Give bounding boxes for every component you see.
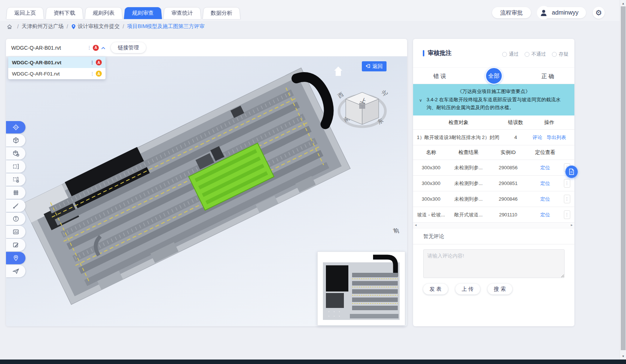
table-horizontal-scrollbar[interactable]: ◄ ► (413, 223, 574, 228)
radio-pass[interactable]: 通过 (502, 51, 519, 58)
viewcube-home-icon (334, 67, 342, 76)
breadcrumb-current: 项目BIM模型及施工图第三方评审 (127, 23, 205, 30)
detail-table-header: 名称 检查结果 实例ID 定位查看 (413, 145, 574, 160)
detail-row: 300x300 未检测到参... 2900851 定位 ⋮ (413, 176, 574, 191)
annotate-icon[interactable] (6, 239, 25, 251)
detail-row: 坡道 - 砼坡... 敞开式坡道... 2901110 定位 ⋮ (413, 207, 574, 223)
breadcrumb-project[interactable]: 天津蓟州万达广场 (22, 23, 64, 30)
viewer-back-button[interactable]: 返回 (362, 61, 387, 71)
info-icon[interactable] (6, 213, 25, 225)
row-more-icon[interactable]: ⋮ (564, 195, 570, 203)
top-navigation: 返回上页 资料下载 规则列表 规则审查 审查统计 数据分析 流程审批 admin… (0, 0, 620, 21)
comment-input[interactable] (423, 249, 565, 278)
file-menu-dots-icon[interactable]: ⋮ (90, 71, 95, 77)
locate-link[interactable]: 定位 (540, 212, 550, 218)
locate-pin-icon[interactable] (6, 252, 25, 264)
gear-icon: ⚙ (595, 8, 602, 17)
tab-all[interactable]: 全部 (485, 67, 503, 84)
publish-button[interactable]: 发 表 (423, 284, 448, 294)
tab-errors[interactable]: 错 误 (413, 68, 466, 84)
radio-doubt[interactable]: 存疑 (552, 51, 568, 58)
breadcrumb: / 天津蓟州万达广场 / 设计审核文件提交 / 项目BIM模型及施工图第三方评审 (7, 23, 205, 30)
link-manage-button[interactable]: 链接管理 (111, 42, 146, 53)
section-box-toggle-icon[interactable] (6, 173, 25, 186)
review-panel: 审核批注 通过 不通过 存疑 错 误 全部 正 确 《万达商业项目施工图审查要点… (413, 39, 574, 326)
check-table-row: 1）敞开坡道设3耐轮压排水沟 2）封闭 4 评论 导出列表 (413, 130, 574, 145)
comments-empty-state: 暂无评论 (413, 228, 574, 244)
snapshot-icon[interactable] (6, 226, 25, 238)
radio-circle-icon (552, 52, 557, 57)
scroll-right-icon[interactable]: ► (570, 224, 573, 227)
grid-icon[interactable] (6, 186, 25, 199)
panel-title: 审核批注 (423, 49, 452, 57)
file-menu-dots-icon[interactable]: ⋮ (90, 60, 95, 65)
error-count: 4 (504, 135, 527, 140)
locate-link[interactable]: 定位 (540, 181, 550, 186)
tab-rule-list[interactable]: 规则列表 (85, 7, 123, 19)
tab-correct[interactable]: 正 确 (521, 68, 574, 84)
workflow-approval-button[interactable]: 流程审批 (492, 7, 531, 18)
breadcrumb-stage[interactable]: 设计审核文件提交 (78, 23, 120, 30)
user-menu[interactable]: adminwyy (538, 7, 586, 18)
tab-rule-review[interactable]: 规则审查 (124, 7, 162, 19)
settings-button[interactable]: ⚙ (593, 7, 605, 19)
model-grade-badge: A (93, 45, 99, 51)
locate-link[interactable]: 定位 (540, 196, 550, 202)
tab-data-download[interactable]: 资料下载 (45, 7, 83, 19)
svg-text:北: 北 (380, 89, 388, 97)
svg-text:西: 西 (336, 91, 345, 99)
file-option[interactable]: WDGC-Q-AR-F01.rvt ⋮ A (8, 68, 106, 79)
exit-icon (366, 64, 370, 70)
rule-text: 3.4-2 在车道敞开段终端及车道底部应设置与坡道同宽的截流水沟、耐轮压的金属沟… (427, 97, 561, 110)
model-viewer[interactable]: WDGC-Q-AR-B01.rvt ⋮ A 链接管理 WDGC-Q-AR-B01… (6, 39, 407, 326)
tab-data-analysis[interactable]: 数据分析 (202, 7, 241, 19)
file-dropdown: WDGC-Q-AR-B01.rvt ⋮ A WDGC-Q-AR-F01.rvt … (8, 57, 106, 79)
scroll-up-icon[interactable]: ▲ (620, 0, 626, 6)
bim-model (22, 63, 359, 305)
tab-back-page[interactable]: 返回上页 (6, 7, 44, 19)
row-more-icon[interactable]: ⋮ (564, 210, 570, 219)
review-verdict-radios: 通过 不通过 存疑 (502, 51, 568, 58)
model-grade-badge: A (96, 71, 102, 77)
file-option[interactable]: WDGC-Q-AR-B01.rvt ⋮ A (8, 57, 106, 68)
view-cube: 西 北 南 东 上 前 右 (336, 56, 407, 234)
scroll-down-icon[interactable]: ▼ (620, 353, 626, 359)
tab-review-stats[interactable]: 审查统计 (163, 7, 201, 19)
result-filter-tabs: 错 误 全部 正 确 (413, 67, 574, 84)
viewer-tool-rail (6, 121, 25, 277)
comment-link[interactable]: 评论 (532, 135, 542, 140)
active-rule-highlight[interactable]: 《万达商业项目施工图审查要点》 ∨ 3.4-2 在车道敞开段终端及车道底部应设置… (413, 84, 574, 115)
locate-link[interactable]: 定位 (540, 165, 550, 170)
upload-button[interactable]: 上 传 (455, 284, 480, 294)
document-icon (569, 169, 574, 175)
search-button[interactable]: 搜 索 (488, 284, 512, 294)
model-grade-badge: A (96, 59, 102, 65)
user-avatar-icon (537, 6, 550, 19)
export-list-link[interactable]: 导出列表 (547, 135, 566, 140)
selected-file-name: WDGC-Q-AR-B01.rvt (11, 45, 87, 51)
chevron-down-icon[interactable]: ∨ (419, 96, 422, 104)
model-file-selector[interactable]: WDGC-Q-AR-B01.rvt ⋮ A (11, 42, 106, 53)
page-vertical-scrollbar[interactable]: ▲ ▼ (620, 0, 626, 360)
model-link-icon[interactable] (6, 147, 25, 160)
check-table-header: 检查对象 错误数 操作 (413, 115, 574, 130)
scroll-left-icon[interactable]: ◄ (414, 224, 417, 227)
nav-tabs: 返回上页 资料下载 规则列表 规则审查 审查统计 数据分析 (6, 6, 242, 19)
chevron-up-icon[interactable] (101, 44, 106, 51)
file-menu-dots-icon[interactable]: ⋮ (87, 45, 92, 50)
report-document-button[interactable] (565, 166, 578, 178)
detail-row: 300x300 未检测到参... 2900846 定位 ⋮ (413, 191, 574, 207)
home-icon[interactable] (7, 24, 12, 30)
row-more-icon[interactable]: ⋮ (564, 179, 570, 188)
rule-source: 《万达商业项目施工图审查要点》 (418, 87, 569, 95)
floorplan-minimap[interactable] (317, 252, 405, 326)
scrollbar-thumb[interactable] (621, 6, 626, 350)
model-cube-icon[interactable] (6, 134, 25, 146)
section-box-icon[interactable] (6, 160, 25, 173)
crosshair-icon[interactable] (6, 121, 25, 133)
measure-icon[interactable] (6, 200, 25, 212)
radio-circle-icon (525, 52, 529, 57)
radio-fail[interactable]: 不通过 (525, 51, 546, 58)
username-label: adminwyy (552, 9, 578, 16)
send-icon[interactable] (6, 265, 25, 277)
